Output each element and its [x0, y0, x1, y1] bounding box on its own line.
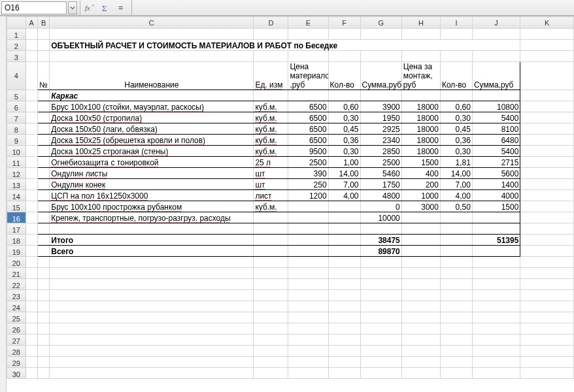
cell[interactable]: [520, 201, 574, 212]
cell[interactable]: [288, 90, 328, 101]
cell[interactable]: [472, 290, 520, 301]
equals-icon[interactable]: =: [116, 2, 127, 14]
row-header[interactable]: 13: [7, 179, 26, 190]
cell[interactable]: [25, 346, 37, 357]
cell[interactable]: [328, 290, 360, 301]
cell[interactable]: [25, 246, 37, 257]
cell-name[interactable]: Доска 150х25 (обрешетка кровли и полов): [50, 135, 254, 146]
cell[interactable]: [50, 357, 254, 368]
cell-unit[interactable]: куб.м.: [254, 123, 288, 135]
cell[interactable]: [520, 279, 574, 290]
cell[interactable]: [360, 90, 401, 101]
cell[interactable]: [25, 179, 37, 190]
row-header[interactable]: 11: [7, 157, 26, 168]
cell-qty2[interactable]: 0,30: [440, 112, 472, 123]
sum-icon[interactable]: Σ: [100, 2, 112, 14]
cell-sum[interactable]: 2925: [360, 123, 401, 135]
cell[interactable]: [50, 312, 254, 323]
cell[interactable]: [25, 29, 37, 40]
cell[interactable]: [37, 90, 49, 101]
cell[interactable]: [328, 257, 360, 268]
cell[interactable]: [25, 146, 37, 157]
cell-sum2[interactable]: 2715: [472, 157, 520, 168]
cell-price[interactable]: 9500: [288, 146, 328, 157]
cell[interactable]: [328, 323, 360, 335]
row-header[interactable]: 10: [7, 146, 26, 157]
cell[interactable]: [520, 301, 574, 312]
cell-qty2[interactable]: 4,00: [440, 190, 472, 201]
cell[interactable]: [288, 357, 328, 368]
cell[interactable]: [520, 312, 574, 323]
cell-unit[interactable]: куб.м.: [254, 135, 288, 146]
cell-price-mount[interactable]: 18000: [401, 146, 440, 157]
cell-unit[interactable]: куб.м.: [254, 201, 288, 212]
cell[interactable]: [254, 335, 288, 346]
cell[interactable]: [254, 90, 288, 101]
row-header[interactable]: 1: [7, 29, 26, 40]
cell[interactable]: [401, 223, 440, 235]
cell-price-mount[interactable]: 18000: [401, 123, 440, 135]
cell[interactable]: [520, 368, 574, 379]
cell[interactable]: [472, 357, 520, 368]
row-header[interactable]: 15: [7, 201, 26, 212]
cell[interactable]: [25, 51, 37, 62]
cell[interactable]: [50, 346, 254, 357]
cell[interactable]: [328, 279, 360, 290]
cell-price[interactable]: 6500: [288, 123, 328, 135]
cell[interactable]: [520, 51, 574, 62]
col-header-K[interactable]: K: [520, 17, 574, 29]
cell[interactable]: [37, 290, 49, 301]
cell[interactable]: [50, 223, 254, 235]
function-wizard-icon[interactable]: fx: [84, 2, 96, 14]
cell[interactable]: [360, 323, 401, 335]
cell[interactable]: [520, 146, 574, 157]
row-header[interactable]: 6: [7, 101, 26, 112]
header-qty1[interactable]: Кол-во: [328, 62, 360, 90]
cell-name[interactable]: Ондулин конек: [50, 179, 254, 190]
cell-qty[interactable]: 14,00: [328, 168, 360, 179]
row-header[interactable]: 21: [7, 268, 26, 279]
cell-unit[interactable]: шт: [254, 168, 288, 179]
cell[interactable]: [328, 235, 360, 246]
title-cell[interactable]: ОБЪЕКТНЫЙ РАСЧЕТ И СТОИМОСТЬ МАТЕРИАЛОВ …: [50, 40, 520, 51]
cell-sum2[interactable]: 10800: [472, 101, 520, 112]
cell[interactable]: [25, 335, 37, 346]
cell[interactable]: [37, 235, 49, 246]
cell-qty2[interactable]: 0,36: [440, 135, 472, 146]
cell-sum[interactable]: 4800: [360, 190, 401, 201]
col-header-I[interactable]: I: [440, 17, 472, 29]
cell[interactable]: [328, 246, 360, 257]
cell-price-mount[interactable]: 18000: [401, 135, 440, 146]
cell[interactable]: [520, 62, 574, 90]
cell-sum[interactable]: 10000: [360, 212, 401, 223]
cell[interactable]: [254, 346, 288, 357]
col-header-E[interactable]: E: [288, 17, 328, 29]
cell[interactable]: [254, 368, 288, 379]
cell-sum[interactable]: 3900: [360, 101, 401, 112]
cell-unit[interactable]: 25 л: [254, 157, 288, 168]
cell[interactable]: [37, 368, 49, 379]
cell[interactable]: [520, 335, 574, 346]
cell[interactable]: [520, 346, 574, 357]
cell-sum[interactable]: 2850: [360, 146, 401, 157]
cell[interactable]: [328, 268, 360, 279]
cell-qty[interactable]: 1,00: [328, 157, 360, 168]
cell[interactable]: [360, 290, 401, 301]
cell[interactable]: [401, 51, 440, 62]
cell[interactable]: [328, 335, 360, 346]
cell[interactable]: [254, 29, 288, 40]
cell-name[interactable]: Огнебиозащита с тонировкой: [50, 157, 254, 168]
name-box-input[interactable]: [1, 1, 67, 14]
row-header[interactable]: 4: [7, 62, 26, 90]
cell-price[interactable]: 1200: [288, 190, 328, 201]
cell[interactable]: [472, 29, 520, 40]
cell[interactable]: [520, 112, 574, 123]
cell[interactable]: [50, 279, 254, 290]
cell-qty[interactable]: 0,60: [328, 101, 360, 112]
row-header[interactable]: 27: [7, 335, 26, 346]
cell[interactable]: [440, 279, 472, 290]
cell-name[interactable]: Ондулин листы: [50, 168, 254, 179]
cell[interactable]: [37, 301, 49, 312]
cell[interactable]: [254, 246, 288, 257]
cell[interactable]: [472, 368, 520, 379]
